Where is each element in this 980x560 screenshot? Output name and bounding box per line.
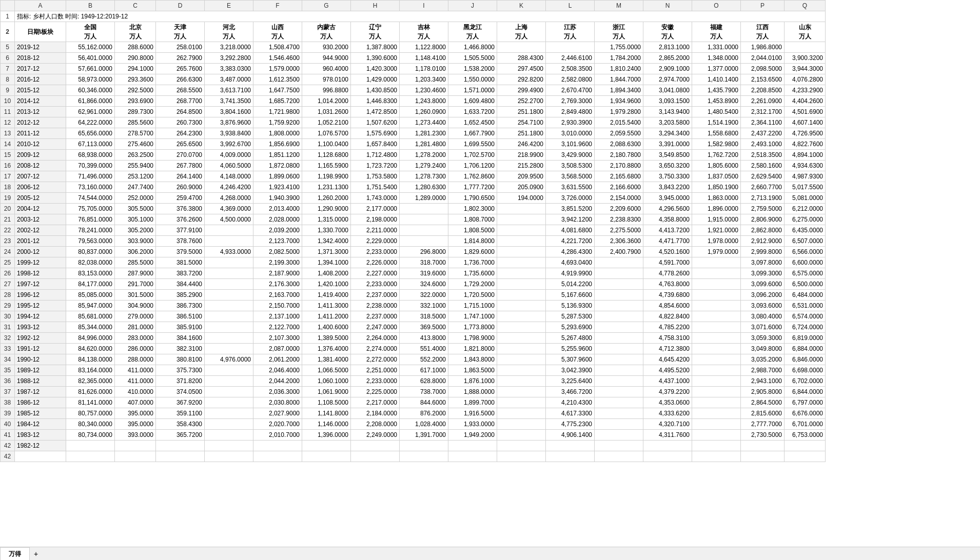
cell-value[interactable]: 1,808.7000 — [448, 214, 497, 225]
col-A[interactable]: A — [15, 1, 66, 11]
cell-value[interactable]: 80,837.0000 — [66, 247, 115, 257]
cell-value[interactable]: 3,099.3000 — [741, 268, 785, 279]
cell-value[interactable] — [497, 290, 546, 301]
table-row[interactable]: 182006-1273,160.0000247.7400260.90004,24… — [1, 182, 826, 193]
cell-value[interactable]: 299.4900 — [497, 85, 546, 96]
cell-date[interactable]: 1982-12 — [15, 441, 66, 451]
cell-value[interactable]: 2,249.0000 — [351, 430, 400, 441]
cell-value[interactable]: 3,203.5800 — [643, 117, 692, 128]
cell-value[interactable] — [497, 333, 546, 344]
cell-value[interactable]: 2,493.1000 — [741, 139, 785, 150]
cell-value[interactable]: 552.2000 — [400, 354, 448, 365]
cell-value[interactable]: 1,505.5000 — [448, 53, 497, 64]
cell-value[interactable] — [205, 365, 253, 376]
cell-value[interactable]: 1,203.3400 — [400, 74, 448, 85]
cell-value[interactable] — [595, 441, 643, 451]
cell-value[interactable]: 1,480.5400 — [692, 107, 741, 117]
cell-value[interactable]: 4,987.9300 — [785, 171, 826, 182]
col-G[interactable]: G — [302, 1, 351, 11]
cell-value[interactable]: 84,996.0000 — [66, 333, 115, 344]
cell-value[interactable]: 5,307.9600 — [546, 354, 595, 365]
cell-value[interactable]: 4,404.2600 — [785, 96, 826, 107]
table-row[interactable]: 152009-1268,938.0000263.2500270.07004,00… — [1, 150, 826, 161]
cell-value[interactable]: 6,676.0000 — [785, 408, 826, 419]
cell-date[interactable]: 2006-12 — [15, 182, 66, 193]
cell-value[interactable]: 384.1600 — [156, 333, 205, 344]
col-I[interactable]: I — [400, 1, 448, 11]
cell-value[interactable]: 1,279.2400 — [400, 161, 448, 171]
cell-value[interactable]: 4,333.6200 — [643, 408, 692, 419]
cell-value[interactable]: 1,061.9000 — [302, 387, 351, 397]
cell-value[interactable]: 1,472.8500 — [351, 107, 400, 117]
col-E[interactable]: E — [205, 1, 253, 11]
table-row[interactable]: 351989-1283,164.0000411.0000375.73002,04… — [1, 365, 826, 376]
cell-value[interactable] — [497, 311, 546, 322]
cell-value[interactable]: 3,487.0000 — [205, 74, 253, 85]
cell-value[interactable] — [595, 387, 643, 397]
cell-value[interactable]: 2,237.0000 — [351, 290, 400, 301]
cell-value[interactable]: 6,844.0000 — [785, 387, 826, 397]
cell-date[interactable]: 2013-12 — [15, 107, 66, 117]
cell-value[interactable]: 1,978.0000 — [692, 236, 741, 247]
cell-date[interactable]: 1996-12 — [15, 290, 66, 301]
cell-value[interactable]: 4,758.3100 — [643, 333, 692, 344]
cell-value[interactable]: 1,712.4800 — [351, 150, 400, 161]
cell-value[interactable]: 2,312.1700 — [741, 107, 785, 117]
cell-value[interactable]: 2,150.7000 — [253, 301, 302, 311]
cell-value[interactable]: 81,141.0000 — [66, 397, 115, 408]
table-row[interactable]: 222002-1278,241.0000305.2000377.91002,03… — [1, 225, 826, 236]
cell-value[interactable] — [205, 441, 253, 451]
cell-value[interactable] — [205, 301, 253, 311]
cell-value[interactable]: 2,059.5500 — [595, 128, 643, 139]
col-B[interactable]: B — [66, 1, 115, 11]
cell-value[interactable]: 4,311.7600 — [643, 430, 692, 441]
cell-value[interactable]: 1,371.3000 — [302, 247, 351, 257]
cell-value[interactable]: 365.7200 — [156, 430, 205, 441]
cell-value[interactable] — [595, 419, 643, 430]
cell-value[interactable]: 2,027.9000 — [253, 408, 302, 419]
cell-value[interactable]: 2,020.7000 — [253, 419, 302, 430]
table-row[interactable]: 391985-1280,757.0000395.0000359.11002,02… — [1, 408, 826, 419]
cell-value[interactable]: 332.1000 — [400, 301, 448, 311]
cell-value[interactable]: 377.9100 — [156, 225, 205, 236]
cell-value[interactable]: 254.7100 — [497, 117, 546, 128]
cell-value[interactable]: 1,647.7500 — [253, 85, 302, 96]
cell-value[interactable]: 1,923.4100 — [253, 182, 302, 193]
cell-value[interactable] — [692, 311, 741, 322]
cell-value[interactable]: 268.7700 — [156, 96, 205, 107]
cell-value[interactable]: 275.4600 — [115, 139, 156, 150]
col-H[interactable]: H — [351, 1, 400, 11]
cell-value[interactable]: 2,233.0000 — [351, 376, 400, 387]
cell-value[interactable]: 386.7300 — [156, 301, 205, 311]
cell-value[interactable]: 1,888.0000 — [448, 387, 497, 397]
cell-value[interactable] — [741, 441, 785, 451]
cell-value[interactable]: 2,670.4700 — [546, 85, 595, 96]
cell-value[interactable]: 1,198.9900 — [302, 171, 351, 182]
cell-value[interactable] — [692, 408, 741, 419]
cell-value[interactable]: 3,080.4000 — [741, 311, 785, 322]
cell-date[interactable]: 1983-12 — [15, 430, 66, 441]
cell-value[interactable]: 246.4200 — [497, 139, 546, 150]
cell-value[interactable]: 2,988.7000 — [741, 365, 785, 376]
cell-value[interactable]: 85,344.0000 — [66, 322, 115, 333]
cell-value[interactable]: 2,176.3000 — [253, 279, 302, 290]
cell-value[interactable] — [400, 236, 448, 247]
cell-value[interactable]: 1,814.8000 — [448, 236, 497, 247]
cell-value[interactable]: 1,376.4000 — [302, 344, 351, 354]
table-row[interactable]: 401984-1280,340.0000395.0000358.43002,02… — [1, 419, 826, 430]
cell-value[interactable]: 252.0000 — [115, 193, 156, 204]
table-row[interactable]: 421982-12 — [1, 441, 826, 451]
cell-value[interactable]: 3,876.9600 — [205, 117, 253, 128]
cell-value[interactable]: 382.3100 — [156, 344, 205, 354]
cell-value[interactable]: 3,391.0000 — [643, 139, 692, 150]
cell-value[interactable]: 251.1800 — [497, 107, 546, 117]
table-row[interactable]: 411983-1280,734.0000393.0000365.72002,01… — [1, 430, 826, 441]
cell-value[interactable]: 1,657.8400 — [351, 139, 400, 150]
cell-date[interactable]: 2010-12 — [15, 139, 66, 150]
cell-value[interactable] — [400, 214, 448, 225]
cell-value[interactable]: 2,233.0000 — [351, 279, 400, 290]
cell-value[interactable]: 1,802.3000 — [448, 204, 497, 214]
cell-value[interactable]: 2,010.7000 — [253, 430, 302, 441]
cell-value[interactable]: 3,041.0800 — [643, 85, 692, 96]
cell-value[interactable]: 2,184.0000 — [351, 408, 400, 419]
